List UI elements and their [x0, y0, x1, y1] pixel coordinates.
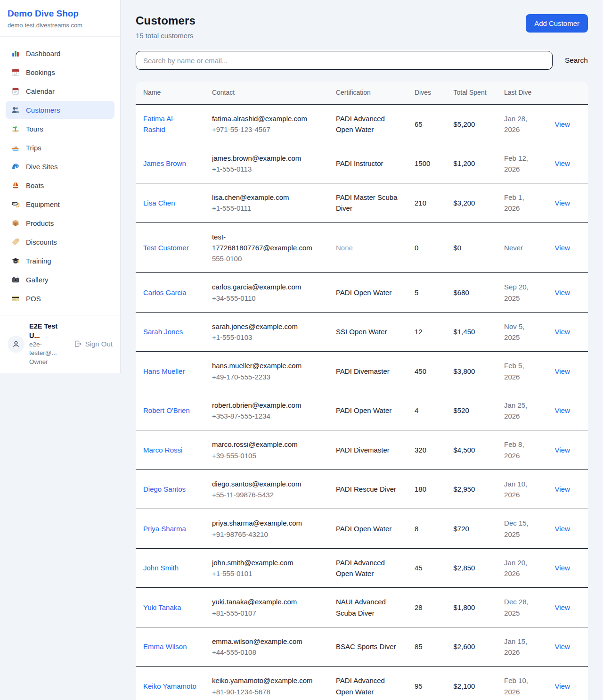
sidebar-item-gallery[interactable]: Gallery	[6, 271, 114, 288]
customer-last-dive: Feb 1, 2026	[497, 183, 547, 223]
customer-certification: PADI Advanced Open Water	[328, 548, 407, 588]
customer-total-spent: $1,450	[446, 312, 497, 352]
customer-certification: PADI Open Water	[328, 391, 407, 430]
sidebar-item-calendar[interactable]: Calendar	[6, 82, 114, 100]
view-link[interactable]: View	[555, 485, 570, 493]
customer-certification: PADI Open Water	[328, 273, 407, 313]
view-link[interactable]: View	[555, 120, 570, 128]
customer-phone: +1-555-0111	[212, 203, 321, 214]
sidebar-item-dive-sites[interactable]: Dive Sites	[6, 157, 114, 175]
customer-name-link[interactable]: Marco Rossi	[143, 446, 182, 454]
customer-name-link[interactable]: Carlos Garcia	[143, 288, 187, 296]
table-row: Fatima Al-Rashid fatima.alrashid@example…	[136, 105, 588, 144]
customer-certification: PADI Divemaster	[328, 430, 407, 470]
view-link[interactable]: View	[555, 603, 570, 611]
view-link[interactable]: View	[555, 525, 570, 533]
sidebar-item-bookings[interactable]: 17Bookings	[6, 63, 114, 81]
view-link[interactable]: View	[555, 244, 570, 252]
view-link[interactable]: View	[555, 642, 570, 651]
customer-name-link[interactable]: Robert O'Brien	[143, 406, 190, 414]
customer-email: fatima.alrashid@example.com	[212, 113, 321, 124]
customer-email: hans.mueller@example.com	[212, 360, 321, 371]
svg-text:17: 17	[14, 72, 17, 75]
sidebar-item-label: Products	[26, 219, 54, 227]
customer-certification: PADI Open Water	[328, 509, 407, 549]
sidebar-item-label: Trips	[26, 144, 41, 152]
customer-dives: 180	[407, 469, 446, 509]
customer-certification: BSAC Sports Diver	[328, 627, 407, 667]
customer-phone: +34-555-0110	[212, 293, 321, 304]
customer-phone: +91-98765-43210	[212, 529, 321, 540]
column-header-total-spent: Total Spent	[446, 82, 497, 105]
sidebar-item-products[interactable]: Products	[6, 214, 114, 232]
customer-name-link[interactable]: Lisa Chen	[143, 199, 175, 207]
sidebar-item-label: Equipment	[26, 200, 60, 208]
table-row: John Smith john.smith@example.com +1-555…	[136, 548, 588, 588]
search-button[interactable]: Search	[553, 56, 588, 65]
view-link[interactable]: View	[555, 367, 570, 375]
sidebar-item-label: Training	[26, 257, 51, 265]
sign-out-button[interactable]: Sign Out	[74, 340, 113, 348]
sidebar-item-customers[interactable]: Customers	[6, 101, 114, 119]
avatar	[8, 336, 24, 353]
customer-email: keiko.yamamoto@example.com	[212, 675, 321, 686]
sidebar-item-discounts[interactable]: Discounts	[6, 233, 114, 251]
customer-last-dive: Jan 28, 2026	[497, 105, 547, 144]
sidebar-item-pos[interactable]: POS	[6, 289, 114, 307]
sidebar-nav: Dashboard17BookingsCalendarCustomersTour…	[0, 37, 120, 315]
sidebar-item-training[interactable]: Training	[6, 252, 114, 270]
sidebar-item-label: Customers	[26, 106, 60, 114]
shop-name[interactable]: Demo Dive Shop	[8, 8, 113, 19]
view-link[interactable]: View	[555, 564, 570, 572]
page-title-block: Customers 15 total customers	[136, 14, 196, 40]
customer-total-spent: $1,800	[446, 588, 497, 627]
customer-email: sarah.jones@example.com	[212, 321, 321, 332]
search-input[interactable]	[136, 51, 553, 70]
customer-name-link[interactable]: Emma Wilson	[143, 642, 187, 651]
view-link[interactable]: View	[555, 328, 570, 336]
table-row: James Brown james.brown@example.com +1-5…	[136, 144, 588, 183]
view-link[interactable]: View	[555, 288, 570, 296]
add-customer-button[interactable]: Add Customer	[526, 14, 588, 33]
view-link[interactable]: View	[555, 199, 570, 207]
view-link[interactable]: View	[555, 406, 570, 414]
customer-dives: 450	[407, 352, 446, 391]
sidebar-item-boats[interactable]: Boats	[6, 176, 114, 194]
customer-name-link[interactable]: Priya Sharma	[143, 525, 186, 533]
customer-name-link[interactable]: James Brown	[143, 159, 186, 167]
customer-name-link[interactable]: Hans Mueller	[143, 367, 185, 375]
sidebar-item-tours[interactable]: Tours	[6, 120, 114, 138]
customer-name-link[interactable]: Keiko Yamamoto	[143, 682, 196, 690]
user-name: E2E Test U...	[29, 322, 69, 340]
sidebar-item-trips[interactable]: Trips	[6, 139, 114, 156]
customer-name-link[interactable]: John Smith	[143, 564, 179, 572]
customer-total-spent: $4,500	[446, 430, 497, 470]
customer-name-link[interactable]: Fatima Al-Rashid	[143, 115, 175, 133]
customer-email: diego.santos@example.com	[212, 478, 321, 489]
customer-name-link[interactable]: Test Customer	[143, 244, 189, 252]
customer-email: john.smith@example.com	[212, 557, 321, 568]
table-header: NameContactCertificationDivesTotal Spent…	[136, 82, 588, 105]
customer-certification: PADI Rescue Diver	[328, 469, 407, 509]
view-link[interactable]: View	[555, 682, 570, 690]
customer-last-dive: Sep 20, 2025	[497, 273, 547, 313]
customer-dives: 45	[407, 548, 446, 588]
customer-dives: 12	[407, 312, 446, 352]
customer-email: marco.rossi@example.com	[212, 439, 321, 450]
view-link[interactable]: View	[555, 159, 570, 167]
camera-icon	[11, 275, 20, 284]
customer-phone: 555-0100	[212, 253, 321, 264]
customer-name-link[interactable]: Sarah Jones	[143, 328, 183, 336]
customer-email: carlos.garcia@example.com	[212, 281, 321, 292]
customer-name-link[interactable]: Diego Santos	[143, 485, 186, 493]
sidebar-item-dashboard[interactable]: Dashboard	[6, 44, 114, 62]
sidebar: Demo Dive Shop demo.test.divestreams.com…	[0, 0, 121, 373]
customer-phone: +49-170-555-2233	[212, 371, 321, 382]
customer-last-dive: Feb 5, 2026	[497, 352, 547, 391]
speedboat-icon	[11, 143, 20, 152]
view-link[interactable]: View	[555, 446, 570, 454]
table-row: Keiko Yamamoto keiko.yamamoto@example.co…	[136, 667, 588, 700]
customer-name-link[interactable]: Yuki Tanaka	[143, 603, 181, 611]
column-header-dives: Dives	[407, 82, 446, 105]
sidebar-item-equipment[interactable]: Equipment	[6, 195, 114, 213]
